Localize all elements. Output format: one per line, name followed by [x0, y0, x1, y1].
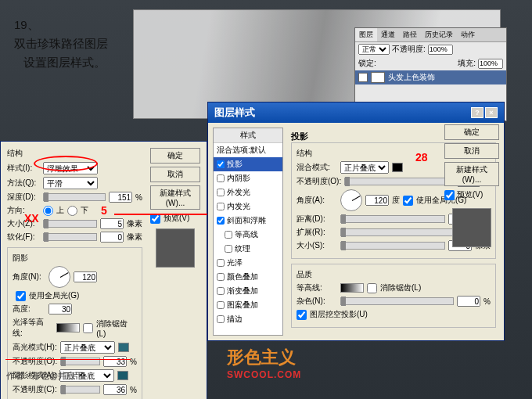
style-item-stroke[interactable]: 描边 — [214, 312, 282, 326]
dialog-title: 图层样式 — [214, 106, 255, 120]
opacity-input[interactable] — [428, 45, 453, 55]
angle-dial[interactable] — [340, 189, 362, 211]
ok-button[interactable]: 确定 — [150, 148, 200, 164]
gloss-contour[interactable] — [56, 323, 80, 332]
red-underline — [5, 359, 131, 360]
shadow-color-chip[interactable] — [392, 163, 403, 172]
cancel-button[interactable]: 取消 — [444, 143, 499, 159]
layer-style-dialog-shadow: 图层样式 ? × 样式 混合选项:默认 投影 内阴影 外发光 内发光 斜面和浮雕… — [207, 102, 505, 341]
help-icon[interactable]: ? — [471, 107, 483, 118]
lock-label: 锁定: — [358, 58, 376, 69]
tutorial-line-2: 设置图层样式。 — [14, 53, 108, 72]
size-slider[interactable] — [340, 242, 445, 250]
style-item-color-ov[interactable]: 颜色叠加 — [214, 270, 282, 284]
preview-swatch — [452, 208, 491, 247]
blend-label: 混合模式: — [297, 162, 337, 173]
knockout-check[interactable] — [297, 310, 307, 320]
tab-layers[interactable]: 图层 — [355, 28, 377, 41]
depth-label: 深度(D): — [7, 192, 40, 203]
dir-down-radio[interactable] — [67, 206, 77, 216]
opacity-slider[interactable] — [344, 178, 454, 185]
blend-mode-select[interactable]: 正常 — [358, 44, 390, 55]
bevel-style-select[interactable]: 浮雕效果 — [43, 162, 98, 174]
size-input[interactable] — [100, 218, 124, 229]
style-item-outer-glow[interactable]: 外发光 — [214, 185, 282, 200]
close-icon[interactable]: × — [485, 107, 498, 118]
layer-row[interactable]: 头发上色装饰 — [355, 70, 506, 84]
soften-slider[interactable] — [43, 233, 97, 241]
watermark-en: SWCOOL.COM — [227, 369, 301, 380]
layer-style-dialog-bevel: 结构 样式(I):浮雕效果 方法(Q):平滑 深度(D):% 方向:上下 大小(… — [0, 141, 207, 399]
style-item-drop-shadow[interactable]: 投影 — [214, 157, 282, 171]
author-credit: 作者：形色@井底下 — [6, 370, 84, 382]
dialog-titlebar[interactable]: 图层样式 ? × — [208, 102, 504, 123]
dialog-buttons: 确定 取消 新建样式(W)... 预览(V) — [444, 124, 499, 252]
fill-input[interactable] — [478, 59, 503, 69]
tab-channels[interactable]: 通道 — [377, 28, 399, 41]
style-item-inner-glow[interactable]: 内发光 — [214, 200, 282, 214]
angle-input[interactable] — [74, 271, 97, 282]
global-light-check[interactable] — [16, 291, 26, 301]
cancel-button[interactable]: 取消 — [150, 167, 200, 182]
struct-label: 结构 — [7, 148, 142, 159]
eye-icon[interactable] — [358, 73, 368, 82]
blend-options-item[interactable]: 混合选项:默认 — [214, 143, 282, 157]
altitude-label: 高度: — [13, 304, 45, 315]
global-light-check[interactable] — [403, 196, 413, 206]
style-item-inner-shadow[interactable]: 内阴影 — [214, 171, 282, 185]
hl-mode-select[interactable]: 正片叠底 — [60, 341, 115, 354]
depth-slider[interactable] — [43, 193, 106, 201]
op1-input[interactable] — [103, 356, 127, 367]
distance-label: 距离(D): — [297, 214, 337, 225]
distance-slider[interactable] — [340, 215, 445, 223]
style-item-pattern-ov[interactable]: 图案叠加 — [214, 298, 282, 312]
style-item-bevel[interactable]: 斜面和浮雕 — [214, 214, 282, 228]
angle-dial[interactable] — [49, 266, 70, 288]
op2-slider[interactable] — [60, 386, 100, 394]
hl-color-chip[interactable] — [118, 343, 129, 352]
tab-paths[interactable]: 路径 — [399, 28, 421, 41]
bevel-method-select[interactable]: 平滑 — [43, 177, 98, 189]
sh-color-chip[interactable] — [117, 371, 128, 380]
quality-label: 品质 — [297, 269, 491, 280]
soften-input[interactable] — [100, 232, 124, 243]
soften-label: 软化(F): — [7, 232, 40, 243]
preview-swatch — [156, 228, 195, 268]
angle-input[interactable] — [365, 195, 389, 206]
blend-mode-select[interactable]: 正片叠底 — [340, 161, 389, 174]
tab-actions[interactable]: 动作 — [457, 28, 479, 41]
dir-up-radio[interactable] — [43, 206, 53, 216]
preview-check[interactable] — [444, 190, 455, 200]
new-style-button[interactable]: 新建样式(W)... — [150, 185, 200, 210]
red-28-text: 28 — [415, 151, 428, 164]
spread-label: 扩展(R): — [297, 227, 337, 238]
op1-label: 不透明度(O): — [13, 356, 57, 367]
style-item-texture[interactable]: 纹理 — [214, 242, 282, 256]
contour-picker[interactable] — [340, 283, 364, 293]
style-item-grad-ov[interactable]: 渐变叠加 — [214, 284, 282, 298]
new-style-button[interactable]: 新建样式(W)... — [444, 162, 499, 186]
shading-label: 阴影 — [13, 253, 137, 264]
layer-thumb — [371, 72, 385, 83]
noise-slider[interactable] — [340, 297, 454, 305]
opacity-label: 不透明度(O): — [297, 176, 341, 187]
contour-label: 等高线: — [297, 282, 337, 293]
op2-label: 不透明度(C): — [13, 384, 57, 395]
spread-slider[interactable] — [340, 228, 454, 236]
tab-history[interactable]: 历史记录 — [421, 28, 457, 41]
opacity-label: 不透明度: — [392, 44, 426, 55]
red-arrow-line — [114, 214, 208, 215]
style-item-satin[interactable]: 光泽 — [214, 256, 282, 270]
angle-label: 角度(N): — [13, 271, 45, 282]
altitude-input[interactable] — [49, 304, 72, 315]
depth-input[interactable] — [109, 192, 132, 203]
size-slider[interactable] — [43, 220, 97, 228]
step-number: 19、 — [14, 16, 108, 34]
noise-input[interactable] — [457, 296, 480, 307]
ok-button[interactable]: 确定 — [444, 124, 499, 140]
style-item-contour[interactable]: 等高线 — [214, 228, 282, 242]
antialias-check[interactable] — [83, 323, 93, 333]
red-xx-text: XX — [24, 212, 39, 225]
op2-input[interactable] — [103, 384, 127, 395]
antialias-check[interactable] — [367, 283, 377, 293]
